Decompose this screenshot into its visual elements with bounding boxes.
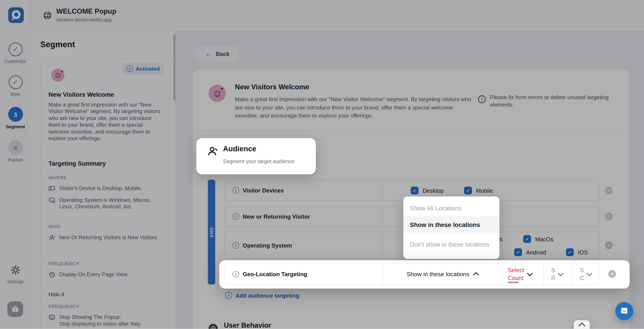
chevron-up-icon xyxy=(578,322,585,329)
dropdown-option-dont-show[interactable]: Don't show in these locations xyxy=(404,233,500,256)
city-select[interactable]: SC xyxy=(572,263,600,285)
chevron-down-icon xyxy=(587,270,592,276)
audience-card-subtitle: Segment your target audience xyxy=(223,158,294,165)
chat-bubble-icon xyxy=(620,307,629,315)
chevron-down-icon xyxy=(527,270,533,276)
chat-widget-button[interactable] xyxy=(615,302,633,320)
location-mode-select[interactable]: Show in these locations xyxy=(382,263,502,285)
audience-tour-card: Audience Segment your target audience xyxy=(196,138,316,174)
scroll-to-top-button[interactable] xyxy=(574,320,590,329)
geo-location-highlight-card: i Geo-Location Targeting Show in these l… xyxy=(219,260,630,289)
row-label: i Geo-Location Targeting xyxy=(232,263,307,285)
chevron-down-icon xyxy=(558,270,564,276)
audience-people-icon xyxy=(208,146,218,157)
app-window: WELCOME Popup version-demo.netlify.app ✓… xyxy=(0,0,644,329)
location-mode-dropdown: Show All Locations Show in these locatio… xyxy=(404,196,500,259)
info-icon[interactable]: i xyxy=(232,271,239,277)
chevron-up-icon xyxy=(473,272,479,278)
region-select[interactable]: SR xyxy=(544,263,572,285)
targeting-row-geo-location: i Geo-Location Targeting Show in these l… xyxy=(224,263,600,285)
country-select[interactable]: SelectCount xyxy=(502,263,544,285)
dropdown-option-show-in[interactable]: Show in these locations xyxy=(404,216,500,232)
dropdown-option-show-all[interactable]: Show All Locations xyxy=(404,200,500,216)
audience-card-title: Audience xyxy=(223,145,256,154)
horizontal-scrollbar-thumb[interactable] xyxy=(508,281,519,283)
remove-row-button[interactable]: × xyxy=(608,270,616,278)
